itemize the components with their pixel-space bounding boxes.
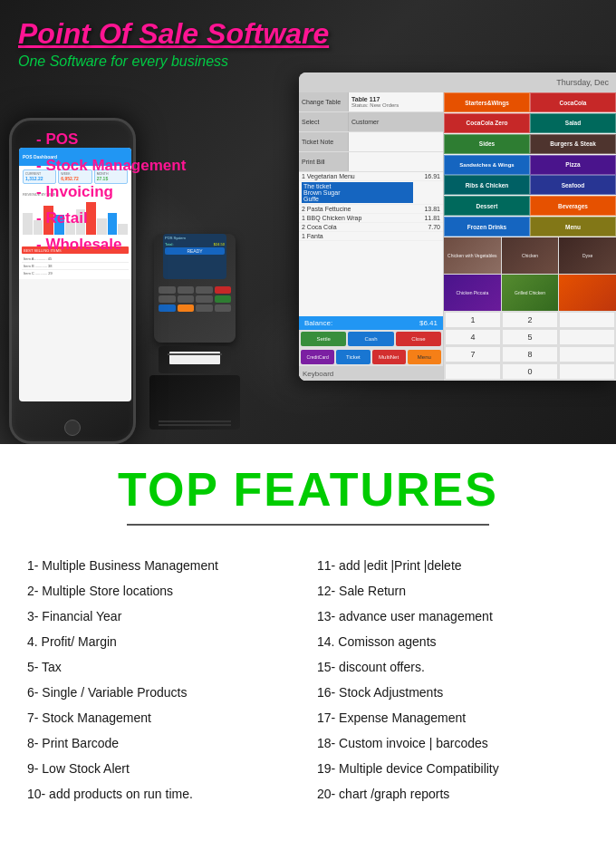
food-img-6 xyxy=(559,275,616,311)
main-title: Point Of Sale Software xyxy=(18,18,329,50)
feat-16: 16- Stock Adjustments xyxy=(317,680,589,705)
feat-15: 15- discount offers. xyxy=(317,654,589,680)
feat-3: 3- Financial Year xyxy=(27,604,299,629)
bottom-section: TOP FEATURES 1- Multiple Business Manage… xyxy=(0,444,616,860)
pos-menu-grid: Starters&Wings CocaCola CocaCola Zero Sa… xyxy=(444,92,616,237)
pos-balance: Balance: $6.41 xyxy=(299,316,443,330)
ticket-button[interactable]: Ticket xyxy=(336,350,370,364)
food-img-1: Chicken with Vegetables xyxy=(444,237,501,274)
feat-18: 18- Custom invoice | barcodes xyxy=(317,730,589,756)
menu-frozen-drinks[interactable]: Frozen Drinks xyxy=(444,217,530,237)
title-area: Point Of Sale Software One Software for … xyxy=(18,18,329,70)
ticket-note-label: Ticket Note xyxy=(299,132,349,151)
select-label: Select xyxy=(299,112,349,131)
menu-sandwiches[interactable]: Sandwiches & Wings xyxy=(444,155,530,175)
pos-item-1: 1 Vegetarian Menu 16.91 xyxy=(299,172,443,181)
feature-list: - POS - Stock Management - Invoicing - R… xyxy=(36,127,186,257)
pos-right-panel: Starters&Wings CocaCola CocaCola Zero Sa… xyxy=(444,92,616,381)
feat-4: 4. Profit/ Margin xyxy=(27,629,299,654)
feat-1: 1- Multiple Business Management xyxy=(27,553,299,578)
heading-underline xyxy=(127,524,489,526)
num-0[interactable]: 0 xyxy=(502,363,558,380)
menu-seafood[interactable]: Seafood xyxy=(530,175,616,195)
feature-pos: - POS xyxy=(36,127,186,153)
pos-item-4: 1 BBQ Chicken Wrap 11.81 xyxy=(299,214,443,223)
settle-button[interactable]: Settle xyxy=(301,332,346,346)
menu-starters[interactable]: Starters&Wings xyxy=(444,92,530,112)
num-4[interactable]: 4 xyxy=(445,329,501,345)
print-bill-label: Print Bill xyxy=(299,152,349,171)
menu-pizza[interactable]: Pizza xyxy=(530,155,616,175)
features-columns: 1- Multiple Business Management 2- Multi… xyxy=(27,553,589,807)
sub-title: One Software for every business xyxy=(18,53,329,70)
pos-main-buttons: Settle Cash Close xyxy=(299,330,443,348)
food-img-4: Chicken Piccata xyxy=(444,275,501,311)
menu-ribs[interactable]: Ribs & Chicken xyxy=(444,175,530,195)
menu-beverages[interactable]: Beverages xyxy=(530,196,616,216)
feat-7: 7- Stock Management xyxy=(27,705,299,730)
food-img-5: Grilled Chicken xyxy=(502,275,559,311)
feat-19: 19- Multiple device Compatibility xyxy=(317,756,589,781)
pos-item-5: 2 Coca Cola 7.70 xyxy=(299,223,443,232)
num-8[interactable]: 8 xyxy=(502,346,558,362)
feat-12: 12- Sale Return xyxy=(317,578,589,604)
top-section: Point Of Sale Software One Software for … xyxy=(0,0,616,444)
num-1[interactable]: 1 xyxy=(445,312,501,328)
pos-item-3: 2 Pasta Fettucine 13.81 xyxy=(299,205,443,214)
pos-left-panel: Change Table Table 117 Status: New Order… xyxy=(299,92,444,381)
feat-14: 14. Comisson agents xyxy=(317,629,589,654)
close-button[interactable]: Close xyxy=(396,332,441,346)
menu-salad[interactable]: Salad xyxy=(530,113,616,133)
menu-cocacola-zero[interactable]: CocaCola Zero xyxy=(444,113,530,133)
num-5[interactable]: 5 xyxy=(502,329,558,345)
left-features-col: 1- Multiple Business Management 2- Multi… xyxy=(27,553,299,807)
customer-label: Customer xyxy=(349,112,443,131)
right-features-col: 11- add |edit |Print |delete 12- Sale Re… xyxy=(317,553,589,807)
feat-13: 13- advance user management xyxy=(317,604,589,629)
num-12[interactable] xyxy=(559,363,615,380)
feat-2: 2- Multiple Store locations xyxy=(27,578,299,604)
pos-secondary-buttons: CreditCard Ticket MultiNet Menu xyxy=(299,348,443,366)
feat-9: 9- Low Stock Alert xyxy=(27,756,299,781)
num-7[interactable]: 7 xyxy=(445,346,501,362)
menu-dessert[interactable]: Dessert xyxy=(444,196,530,216)
menu-cocacola[interactable]: CocaCola xyxy=(530,92,616,112)
multinet-button[interactable]: MultiNet xyxy=(372,350,406,364)
pos-item-6: 1 Fanta xyxy=(299,232,443,241)
feature-wholesale: - Wholesale xyxy=(36,232,186,258)
pos-item-2: The ticketBrown SugarGuffe xyxy=(299,181,443,205)
top-features-heading: TOP FEATURES xyxy=(27,462,589,517)
change-table-label: Change Table xyxy=(299,92,349,111)
menu-burgers[interactable]: Burgers & Steak xyxy=(530,134,616,154)
num-10[interactable] xyxy=(445,363,501,380)
pos-app-screenshot: Thursday, Dec Change Table Table 117 Sta… xyxy=(299,72,616,381)
pos-header-time: Thursday, Dec xyxy=(556,78,609,87)
num-3[interactable] xyxy=(559,312,615,328)
menu-menu[interactable]: Menu xyxy=(530,217,616,237)
feat-5: 5- Tax xyxy=(27,654,299,680)
pos-keyboard: Keyboard xyxy=(299,366,443,381)
feat-11: 11- add |edit |Print |delete xyxy=(317,553,589,578)
feat-6: 6- Single / Variable Products xyxy=(27,680,299,705)
feat-8: 8- Print Barcode xyxy=(27,730,299,756)
feature-retail: - Retail xyxy=(36,206,186,232)
num-2[interactable]: 2 xyxy=(502,312,558,328)
feat-17: 17- Expense Management xyxy=(317,705,589,730)
num-9[interactable] xyxy=(559,346,615,362)
menu-sides[interactable]: Sides xyxy=(444,134,530,154)
pos-number-grid: 1 2 4 5 7 8 0 xyxy=(444,311,616,381)
feat-10: 10- add products on run time. xyxy=(27,781,299,807)
credit-button[interactable]: CreditCard xyxy=(301,350,334,364)
feature-invoicing: - Invoicing xyxy=(36,179,186,206)
food-img-3: Dyxe xyxy=(559,237,616,274)
feat-20: 20- chart /graph reports xyxy=(317,781,589,807)
menu-button[interactable]: Menu xyxy=(408,350,441,364)
num-6[interactable] xyxy=(559,329,615,345)
food-images: Chicken with Vegetables Chicken Dyxe Chi… xyxy=(444,237,616,311)
feature-stock: - Stock Management xyxy=(36,153,186,179)
food-img-2: Chicken xyxy=(502,237,559,274)
cash-button[interactable]: Cash xyxy=(348,332,393,346)
